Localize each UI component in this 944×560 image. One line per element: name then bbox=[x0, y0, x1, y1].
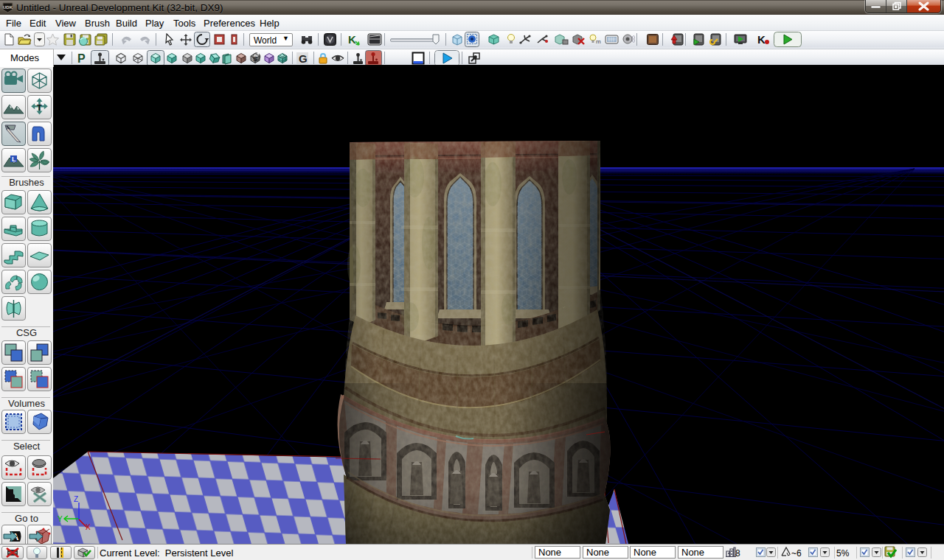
svg-text:T: T bbox=[37, 103, 42, 112]
svg-text:UDK: UDK bbox=[3, 5, 13, 10]
svg-text:Y: Y bbox=[58, 515, 63, 523]
svg-text:P: P bbox=[77, 52, 86, 65]
svg-text:K: K bbox=[757, 33, 766, 46]
svg-text:K: K bbox=[348, 33, 356, 46]
svg-text:Z: Z bbox=[74, 495, 78, 503]
svg-text:X: X bbox=[86, 523, 91, 531]
svg-text:G: G bbox=[299, 52, 308, 65]
svg-text:L: L bbox=[12, 155, 16, 163]
svg-text:m: m bbox=[596, 38, 601, 45]
